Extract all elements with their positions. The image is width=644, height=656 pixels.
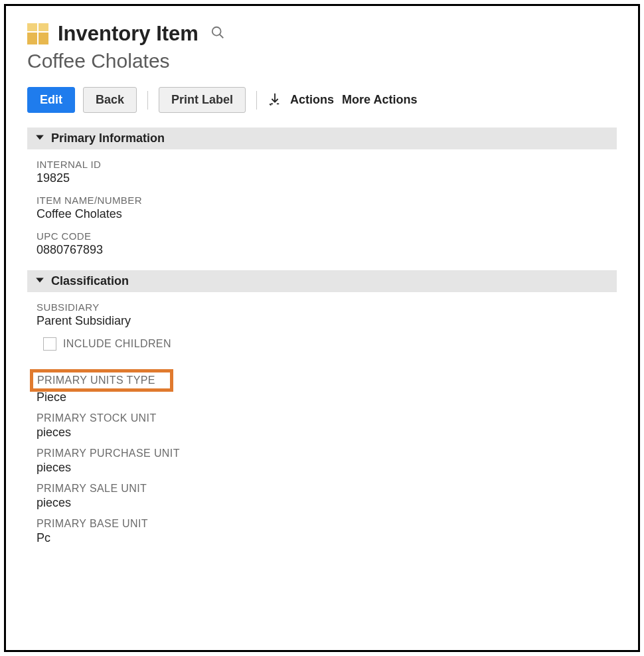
field-include-children: INCLUDE CHILDREN xyxy=(43,337,617,351)
page-title: Inventory Item xyxy=(58,22,199,46)
svg-point-4 xyxy=(212,27,221,36)
checkbox-unchecked-icon[interactable] xyxy=(43,337,56,351)
field-primary-stock-unit: PRIMARY STOCK UNIT pieces xyxy=(37,412,617,440)
field-label: UPC CODE xyxy=(37,230,617,242)
field-label: PRIMARY UNITS TYPE xyxy=(37,374,155,386)
field-primary-base-unit: PRIMARY BASE UNIT Pc xyxy=(37,518,617,545)
units-section: PRIMARY UNITS TYPE Piece PRIMARY STOCK U… xyxy=(27,369,617,545)
inventory-box-icon xyxy=(27,23,48,44)
chevron-down-icon xyxy=(35,276,44,287)
field-label: PRIMARY STOCK UNIT xyxy=(37,412,617,424)
field-primary-sale-unit: PRIMARY SALE UNIT pieces xyxy=(37,483,617,510)
field-label: SUBSIDIARY xyxy=(37,301,617,313)
field-value: pieces xyxy=(37,461,617,475)
expand-arrow-icon[interactable] xyxy=(268,92,282,109)
search-icon[interactable] xyxy=(210,25,225,42)
back-button[interactable]: Back xyxy=(83,87,137,113)
field-value: Parent Subsidiary xyxy=(37,314,617,328)
field-item-name: ITEM NAME/NUMBER Coffee Cholates xyxy=(37,195,617,221)
field-internal-id: INTERNAL ID 19825 xyxy=(37,159,617,185)
record-frame: Inventory Item Coffee Cholates Edit Back… xyxy=(4,4,640,652)
checkbox-label: INCLUDE CHILDREN xyxy=(63,338,171,350)
field-value: Pc xyxy=(37,531,617,545)
toolbar-divider xyxy=(256,91,257,110)
svg-rect-0 xyxy=(27,23,37,31)
field-upc-code: UPC CODE 0880767893 xyxy=(37,230,617,257)
svg-line-5 xyxy=(220,35,224,39)
svg-rect-1 xyxy=(39,23,48,31)
print-label-button[interactable]: Print Label xyxy=(159,87,246,113)
field-primary-purchase-unit: PRIMARY PURCHASE UNIT pieces xyxy=(37,448,617,475)
field-value: pieces xyxy=(37,496,617,510)
field-label: INTERNAL ID xyxy=(37,159,617,170)
field-value: Piece xyxy=(37,390,617,404)
field-value: 0880767893 xyxy=(37,243,617,257)
section-toggle-primary-information[interactable]: Primary Information xyxy=(27,127,617,149)
toolbar-divider xyxy=(147,91,148,110)
field-label: PRIMARY SALE UNIT xyxy=(37,483,617,495)
svg-rect-2 xyxy=(27,33,37,44)
field-value: pieces xyxy=(37,426,617,440)
record-name: Coffee Cholates xyxy=(27,50,617,72)
actions-menu[interactable]: Actions xyxy=(290,93,334,107)
more-actions-menu[interactable]: More Actions xyxy=(342,93,417,107)
section-title: Classification xyxy=(51,274,129,288)
chevron-down-icon xyxy=(35,133,44,144)
field-label: PRIMARY BASE UNIT xyxy=(37,518,617,530)
field-label: PRIMARY PURCHASE UNIT xyxy=(37,448,617,459)
page-header: Inventory Item xyxy=(27,22,617,46)
highlight-box: PRIMARY UNITS TYPE xyxy=(30,369,173,392)
section-title: Primary Information xyxy=(51,131,165,145)
field-label: ITEM NAME/NUMBER xyxy=(37,195,617,206)
field-value: Coffee Cholates xyxy=(37,207,617,221)
section-toggle-classification[interactable]: Classification xyxy=(27,270,617,292)
field-primary-units-type: PRIMARY UNITS TYPE Piece xyxy=(37,369,617,404)
field-value: 19825 xyxy=(37,171,617,185)
edit-button[interactable]: Edit xyxy=(27,87,75,113)
field-subsidiary: SUBSIDIARY Parent Subsidiary xyxy=(37,301,617,328)
svg-rect-3 xyxy=(39,33,48,44)
toolbar: Edit Back Print Label Actions More Actio… xyxy=(27,87,617,113)
